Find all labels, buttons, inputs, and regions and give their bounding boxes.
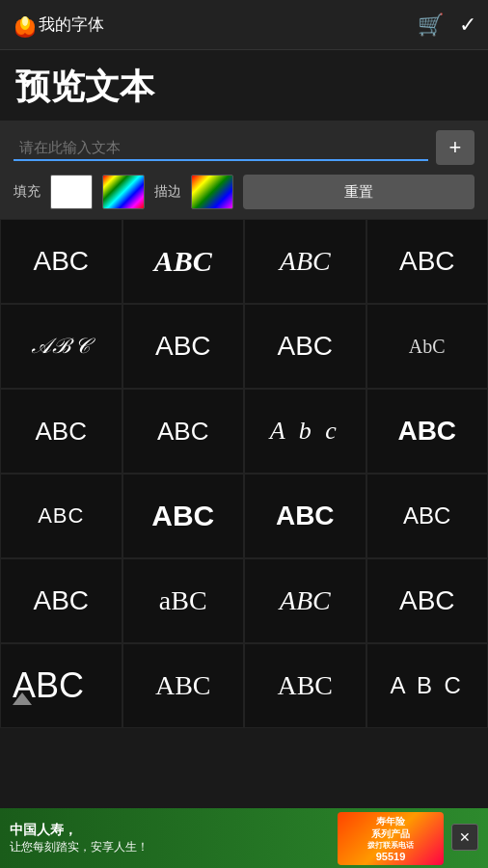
- font-sample-10: A b c: [270, 417, 340, 446]
- font-cell-22[interactable]: ABC: [244, 643, 366, 728]
- ad-close-button[interactable]: ✕: [451, 824, 478, 851]
- ad-line2: 让您每刻踏实，安享人生！: [10, 839, 330, 855]
- ad-banner: 中国人寿， 让您每刻踏实，安享人生！ 寿年险系列产品 拨打联系电话 95519 …: [0, 808, 488, 868]
- page-title: 预览文本: [15, 64, 473, 111]
- font-cell-19[interactable]: ABC: [366, 558, 489, 643]
- font-cell-12[interactable]: ABC: [0, 474, 122, 558]
- font-sample-23: A B C: [391, 672, 464, 699]
- font-sample-4: 𝒜ℬ𝒞: [32, 334, 91, 359]
- font-sample-13: ABC: [151, 500, 214, 532]
- font-cell-11[interactable]: ABC: [366, 389, 489, 474]
- font-cell-8[interactable]: ABC: [0, 389, 122, 474]
- font-cell-14[interactable]: ABC: [244, 474, 366, 558]
- font-cell-23[interactable]: A B C: [366, 643, 489, 728]
- font-sample-2: ABC: [280, 246, 331, 277]
- font-sample-0: ABC: [33, 246, 89, 277]
- reset-button[interactable]: 重置: [243, 175, 474, 209]
- font-cell-5[interactable]: ABC: [122, 304, 245, 389]
- font-sample-11: ABC: [397, 416, 456, 447]
- font-sample-14: ABC: [276, 501, 335, 531]
- font-sample-5: ABC: [155, 331, 211, 362]
- font-cell-20[interactable]: ABC: [0, 643, 122, 728]
- fill-label: 填充: [14, 183, 41, 201]
- font-cell-6[interactable]: ABC: [244, 304, 366, 389]
- font-sample-6: ABC: [277, 331, 333, 362]
- font-cell-4[interactable]: 𝒜ℬ𝒞: [0, 304, 122, 389]
- font-cell-17[interactable]: aBC: [122, 558, 245, 643]
- font-sample-8: ABC: [36, 417, 87, 447]
- controls-panel: + 填充 描边 重置: [0, 121, 488, 219]
- ad-promo-text: 寿年险系列产品: [371, 815, 410, 840]
- app-title: 我的字体: [39, 14, 418, 36]
- font-sample-1: ABC: [154, 245, 212, 278]
- font-cell-1[interactable]: ABC: [122, 219, 245, 304]
- input-row: +: [14, 130, 474, 165]
- ad-text-block: 中国人寿， 让您每刻踏实，安享人生！: [10, 822, 330, 855]
- font-cell-18[interactable]: ABC: [244, 558, 366, 643]
- font-cell-3[interactable]: ABC: [366, 219, 489, 304]
- font-sample-15: ABC: [403, 502, 450, 529]
- font-sample-22: ABC: [277, 670, 333, 701]
- confirm-icon[interactable]: ✓: [459, 13, 476, 38]
- font-sample-9: ABC: [157, 417, 208, 447]
- font-cell-2[interactable]: ABC: [244, 219, 366, 304]
- app-logo: [12, 12, 39, 39]
- font-sample-18: ABC: [280, 585, 331, 616]
- font-sample-16: ABC: [33, 585, 89, 616]
- fill-color-swatch-rainbow[interactable]: [102, 175, 145, 209]
- font-sample-12: ABC: [38, 503, 84, 529]
- font-cell-16[interactable]: ABC: [0, 558, 122, 643]
- ad-phone: 95519: [376, 851, 406, 862]
- stroke-color-swatch[interactable]: [191, 175, 233, 209]
- fill-color-swatch-white[interactable]: [50, 175, 93, 209]
- add-button[interactable]: +: [436, 130, 474, 165]
- font-cell-15[interactable]: ABC: [366, 474, 489, 558]
- font-grid: ABC ABC ABC ABC 𝒜ℬ𝒞 ABC ABC AbC ABC ABC …: [0, 219, 488, 728]
- page-title-bar: 预览文本: [0, 50, 488, 121]
- font-cell-0[interactable]: ABC: [0, 219, 122, 304]
- preview-text-input[interactable]: [14, 135, 428, 161]
- font-sample-17: aBC: [159, 585, 207, 616]
- ad-line1: 中国人寿，: [10, 822, 330, 839]
- font-sample-7: AbC: [409, 336, 446, 358]
- font-sample-3: ABC: [399, 246, 455, 277]
- cart-icon[interactable]: 🛒: [418, 13, 444, 38]
- font-cell-13[interactable]: ABC: [122, 474, 245, 558]
- ad-image: 寿年险系列产品 拨打联系电话 95519: [338, 812, 444, 865]
- header-actions: 🛒 ✓: [418, 13, 476, 38]
- font-cell-10[interactable]: A b c: [244, 389, 366, 474]
- font-cell-7[interactable]: AbC: [366, 304, 489, 389]
- svg-point-4: [22, 16, 28, 26]
- font-cell-21[interactable]: ABC: [122, 643, 245, 728]
- app-header: 我的字体 🛒 ✓: [0, 0, 488, 50]
- stroke-label: 描边: [154, 183, 181, 201]
- font-sample-20: ABC: [8, 659, 114, 713]
- font-cell-9[interactable]: ABC: [122, 389, 245, 474]
- font-sample-21: ABC: [155, 670, 211, 701]
- options-row: 填充 描边 重置: [14, 175, 474, 209]
- font-sample-19: ABC: [399, 585, 455, 616]
- ad-sub-text: 拨打联系电话: [367, 840, 414, 851]
